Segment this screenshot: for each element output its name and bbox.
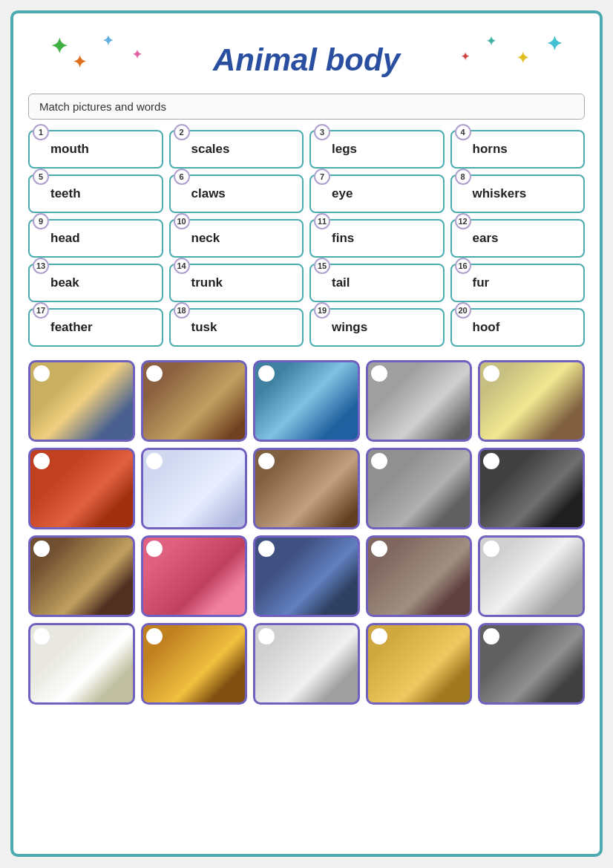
photo-answer-circle[interactable]	[483, 453, 499, 469]
word-label: claws	[191, 186, 226, 201]
word-number: 1	[33, 124, 49, 140]
star-icon: ✦	[102, 33, 114, 49]
photo-answer-circle[interactable]	[258, 453, 275, 469]
photo-cell[interactable]	[478, 360, 585, 442]
word-cell: 5teeth	[28, 174, 163, 213]
word-label: tusk	[191, 320, 217, 335]
word-label: head	[50, 231, 80, 246]
word-number: 16	[455, 258, 471, 274]
word-cell: 18tusk	[169, 308, 304, 347]
word-label: whiskers	[473, 186, 527, 201]
photo-answer-circle[interactable]	[146, 453, 163, 469]
photo-cell[interactable]	[478, 448, 585, 529]
photo-answer-circle[interactable]	[33, 541, 50, 557]
photo-answer-circle[interactable]	[33, 628, 50, 645]
word-label: feather	[50, 320, 93, 335]
word-cell: 4horns	[450, 130, 586, 169]
word-label: trunk	[191, 275, 223, 290]
word-cell: 19wings	[309, 308, 445, 347]
word-label: mouth	[50, 142, 89, 157]
photo-grid	[28, 360, 585, 705]
word-cell: 9head	[28, 219, 163, 258]
word-number: 11	[314, 213, 330, 229]
photo-cell[interactable]	[253, 535, 360, 617]
word-cell: 10neck	[169, 219, 304, 258]
word-number: 9	[33, 213, 49, 229]
photo-answer-circle[interactable]	[33, 453, 50, 469]
photo-answer-circle[interactable]	[483, 365, 499, 382]
word-number: 20	[455, 302, 471, 319]
word-cell: 12ears	[450, 219, 586, 258]
photo-answer-circle[interactable]	[483, 541, 499, 557]
photo-cell[interactable]	[478, 623, 585, 705]
star-icon: ✦	[50, 34, 68, 59]
photo-answer-circle[interactable]	[146, 365, 163, 382]
word-cell: 17feather	[28, 308, 163, 347]
word-cell: 2scales	[169, 130, 304, 169]
word-label: ears	[473, 231, 499, 246]
photo-cell[interactable]	[253, 448, 360, 529]
star-icon: ✦	[461, 50, 470, 62]
photo-answer-circle[interactable]	[371, 453, 387, 469]
star-icon: ✦	[73, 53, 86, 72]
photo-answer-circle[interactable]	[371, 628, 387, 645]
photo-answer-circle[interactable]	[371, 541, 387, 557]
word-cell: 16fur	[450, 264, 586, 302]
photo-cell[interactable]	[141, 623, 248, 705]
photo-cell[interactable]	[141, 448, 248, 529]
photo-answer-circle[interactable]	[258, 365, 275, 382]
photo-answer-circle[interactable]	[146, 541, 163, 557]
photo-answer-circle[interactable]	[483, 628, 499, 645]
photo-cell[interactable]	[366, 448, 473, 529]
photo-answer-circle[interactable]	[146, 628, 163, 645]
word-cell: 3legs	[309, 130, 445, 169]
photo-cell[interactable]	[366, 623, 473, 705]
word-cell: 6claws	[169, 174, 304, 213]
photo-cell[interactable]	[366, 535, 473, 617]
word-cell: 11fins	[309, 219, 445, 258]
photo-cell[interactable]	[366, 360, 473, 442]
star-icon: ✦	[517, 49, 529, 67]
word-number: 19	[314, 302, 330, 319]
word-label: fur	[473, 275, 490, 290]
word-label: wings	[332, 320, 367, 335]
photo-cell[interactable]	[253, 623, 360, 705]
star-icon: ✦	[132, 48, 142, 62]
word-number: 15	[314, 258, 330, 274]
word-cell: 8whiskers	[450, 174, 586, 213]
word-number: 4	[455, 124, 471, 140]
photo-answer-circle[interactable]	[258, 628, 275, 645]
word-number: 14	[174, 258, 190, 274]
word-number: 13	[33, 258, 49, 274]
word-number: 17	[33, 302, 49, 319]
instructions-text: Match pictures and words	[39, 100, 166, 113]
word-label: neck	[191, 231, 220, 246]
word-label: tail	[332, 275, 350, 290]
photo-cell[interactable]	[28, 448, 135, 529]
photo-cell[interactable]	[28, 623, 135, 705]
word-grid: 1mouth2scales3legs4horns5teeth6claws7eye…	[28, 130, 585, 347]
instructions-box: Match pictures and words	[28, 94, 585, 120]
title-area: ✦ ✦ ✦ ✦ ✦ ✦ ✦ ✦ Animal body	[28, 27, 585, 94]
word-label: hoof	[473, 320, 500, 335]
word-number: 8	[455, 169, 471, 185]
word-number: 6	[174, 169, 190, 185]
word-cell: 1mouth	[28, 130, 163, 169]
photo-answer-circle[interactable]	[258, 541, 275, 557]
photo-cell[interactable]	[253, 360, 360, 442]
word-number: 7	[314, 169, 330, 185]
photo-cell[interactable]	[28, 360, 135, 442]
star-icon: ✦	[486, 34, 496, 48]
photo-cell[interactable]	[28, 535, 135, 617]
photo-cell[interactable]	[141, 535, 248, 617]
word-number: 10	[174, 213, 190, 229]
word-cell: 7eye	[309, 174, 445, 213]
photo-cell[interactable]	[478, 535, 585, 617]
word-label: scales	[191, 142, 230, 157]
worksheet-page: ✦ ✦ ✦ ✦ ✦ ✦ ✦ ✦ Animal body Match pictur…	[10, 10, 603, 857]
photo-cell[interactable]	[141, 360, 248, 442]
photo-answer-circle[interactable]	[371, 365, 387, 382]
word-label: horns	[473, 142, 508, 157]
word-label: teeth	[50, 186, 81, 201]
photo-answer-circle[interactable]	[33, 365, 50, 382]
